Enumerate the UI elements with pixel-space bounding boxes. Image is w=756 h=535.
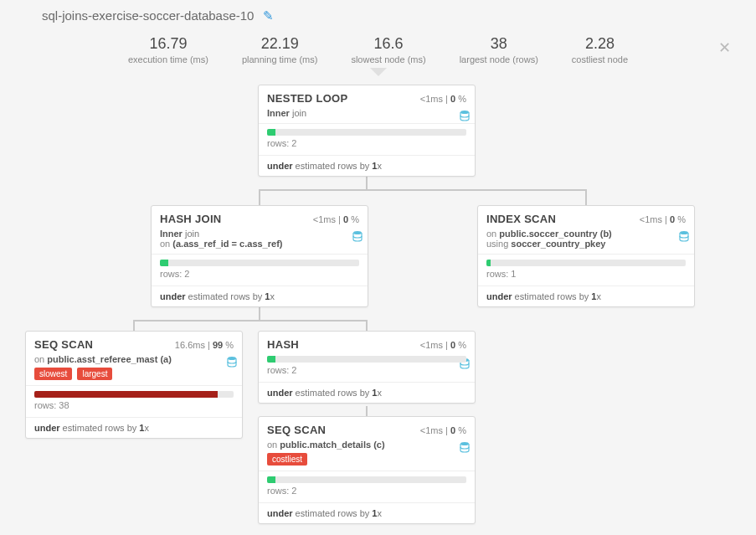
scan-index: using soccer_country_pkey [486, 239, 605, 249]
node-title: SEQ SCAN [34, 338, 93, 351]
node-title: HASH JOIN [160, 213, 222, 225]
database-icon [460, 110, 470, 123]
rows-label: rows: 2 [267, 486, 466, 496]
stat-largest: 38 largest node (rows) [460, 35, 538, 64]
tag-slowest: slowest [34, 368, 72, 380]
stat-label: largest node (rows) [460, 54, 538, 64]
stat-label: planning time (ms) [242, 54, 317, 64]
join-type: Inner join [267, 108, 306, 118]
database-icon [679, 230, 689, 244]
rows-bar [34, 391, 234, 398]
database-icon [460, 441, 470, 455]
estimate-text: under estimated rows by 1x [152, 286, 368, 306]
node-title: HASH [267, 338, 299, 351]
rows-bar [486, 260, 686, 266]
rows-label: rows: 38 [34, 400, 234, 410]
node-title: INDEX SCAN [486, 213, 556, 225]
node-timing: <1ms | 0 % [420, 425, 466, 435]
node-nested-loop[interactable]: NESTED LOOP <1ms | 0 % Inner join rows: … [258, 85, 476, 177]
stat-value: 2.28 [572, 35, 628, 53]
database-icon [227, 356, 237, 369]
svg-point-1 [353, 231, 362, 234]
join-cond: on (a.ass_ref_id = c.ass_ref) [160, 239, 282, 249]
stat-exec-time: 16.79 execution time (ms) [128, 35, 208, 64]
stat-value: 16.79 [128, 35, 208, 53]
svg-point-0 [460, 111, 469, 114]
stat-value: 16.6 [351, 35, 425, 53]
svg-point-3 [228, 357, 236, 360]
scan-target: on public.soccer_country (b) [486, 229, 612, 239]
node-timing: <1ms | 0 % [420, 94, 466, 104]
node-index-scan[interactable]: INDEX SCAN <1ms | 0 % on public.soccer_c… [477, 205, 695, 307]
rows-label: rows: 2 [160, 269, 359, 279]
node-timing: <1ms | 0 % [313, 214, 359, 224]
node-timing: <1ms | 0 % [640, 214, 686, 224]
rows-bar [267, 129, 466, 136]
page-title: sql-joins-exercise-soccer-database-10 [42, 8, 254, 23]
node-timing: 16.6ms | 99 % [175, 340, 234, 350]
rows-bar [160, 260, 359, 266]
svg-point-2 [680, 231, 688, 234]
estimate-text: under estimated rows by 1x [259, 155, 475, 176]
rows-label: rows: 2 [267, 365, 466, 375]
stat-costliest: 2.28 costliest node [572, 35, 628, 64]
node-timing: <1ms | 0 % [420, 340, 466, 350]
node-seq-scan-a[interactable]: SEQ SCAN 16.6ms | 99 % on public.asst_re… [25, 331, 243, 439]
node-title: NESTED LOOP [267, 92, 347, 105]
database-icon [352, 230, 363, 244]
edit-icon[interactable]: ✎ [263, 8, 274, 23]
estimate-text: under estimated rows by 1x [259, 382, 475, 403]
rows-bar [267, 356, 466, 363]
estimate-text: under estimated rows by 1x [259, 502, 475, 523]
stat-label: costliest node [572, 54, 628, 64]
stat-plan-time: 22.19 planning time (ms) [242, 35, 317, 64]
tag-largest: largest [77, 368, 112, 380]
tag-costliest: costliest [267, 453, 307, 466]
stat-label: slowest node (ms) [351, 54, 425, 64]
join-type: Inner join [160, 229, 199, 239]
rows-label: rows: 1 [486, 269, 686, 279]
svg-point-5 [460, 442, 469, 445]
stat-value: 22.19 [242, 35, 317, 53]
rows-bar [267, 476, 466, 483]
estimate-text: under estimated rows by 1x [478, 286, 694, 306]
close-icon[interactable]: ✕ [718, 39, 731, 57]
scan-target: on public.match_details (c) [267, 440, 385, 450]
stat-value: 38 [460, 35, 538, 53]
rows-label: rows: 2 [267, 138, 466, 148]
stat-slowest: 16.6 slowest node (ms) [351, 35, 425, 64]
node-hash-join[interactable]: HASH JOIN <1ms | 0 % Inner join on (a.as… [151, 205, 368, 307]
stats-row: 16.79 execution time (ms) 22.19 planning… [0, 23, 756, 69]
node-hash[interactable]: HASH <1ms | 0 % rows: 2 under estimated … [258, 331, 476, 404]
scan-target: on public.asst_referee_mast (a) [34, 354, 172, 364]
stat-label: execution time (ms) [128, 54, 208, 64]
node-title: SEQ SCAN [267, 424, 326, 436]
plan-tree: NESTED LOOP <1ms | 0 % Inner join rows: … [0, 81, 756, 533]
estimate-text: under estimated rows by 1x [26, 417, 242, 438]
node-seq-scan-c[interactable]: SEQ SCAN <1ms | 0 % on public.match_deta… [258, 416, 476, 524]
